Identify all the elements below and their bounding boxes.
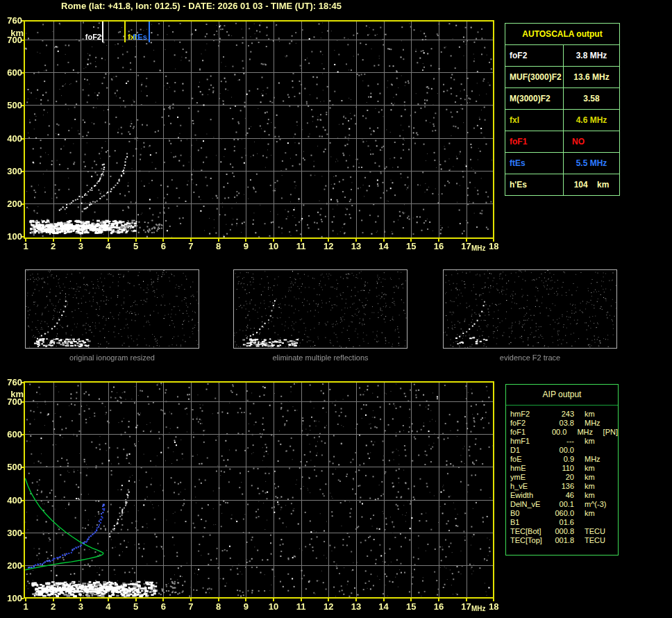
aip-label: hmF2 — [506, 410, 551, 419]
x-axis-tick-label: 12 — [321, 601, 336, 612]
y-axis-unit-label: km — [3, 28, 24, 38]
aip-label: B1 — [506, 518, 551, 527]
aip-value: 00.0 — [551, 446, 574, 455]
x-axis-tick-label: 3 — [73, 241, 88, 251]
aip-label: hmE — [506, 464, 551, 473]
aip-row-tectop: TEC[Top]001.8TECU — [506, 536, 618, 545]
aip-row-fof2: foF203.8MHz — [506, 419, 618, 428]
aip-label: TEC[Top] — [506, 536, 551, 545]
aip-unit: km — [585, 410, 614, 419]
aip-row-delnve: DelN_vE00.1m^(-3) — [506, 500, 618, 509]
thumbnail-caption-original: original ionogram resized — [25, 353, 199, 362]
aip-row-b0: B0060.0km — [506, 509, 618, 518]
x-axis-tick-label: 15 — [403, 241, 419, 251]
x-axis-unit-label: MHz — [471, 244, 486, 252]
aip-label: B0 — [506, 509, 551, 518]
x-axis-tick-label: 7 — [183, 241, 199, 251]
y-axis-tick-label: 300 — [1, 167, 22, 176]
x-axis-tick-label: 13 — [348, 601, 364, 612]
y-axis-tick-label: 100 — [1, 232, 22, 242]
marker-label-foF2: foF2 — [74, 33, 101, 41]
aip-unit: km — [585, 482, 614, 491]
station-title: Rome (lat: +41.8, lon: 012.5) - DATE: 20… — [61, 1, 342, 11]
parameter-name: foF2 — [505, 45, 564, 66]
aip-value: 01.6 — [551, 518, 574, 527]
y-axis-tick-label: 300 — [1, 528, 22, 538]
y-axis-tick-label: 400 — [1, 134, 22, 144]
aip-row-tecbot: TEC[Bot]000.8TECU — [506, 527, 618, 536]
aip-value: 243 — [551, 410, 574, 419]
parameter-value: 4.6 MHz — [564, 110, 619, 131]
aip-unit — [585, 446, 614, 455]
thumbnail-evidence-f2-trace — [443, 269, 617, 349]
aip-output-table: AIP output hmF2243kmfoF203.8MHzfoF100.0M… — [505, 384, 619, 556]
x-axis-tick-label: 14 — [376, 601, 392, 612]
x-axis-tick-label: 7 — [183, 601, 199, 612]
y-axis-tick-label: 760 — [1, 378, 22, 387]
autoscala-row-fxi: fxI4.6 MHz — [505, 110, 619, 131]
aip-unit: km — [585, 509, 614, 518]
x-axis-tick-label: 16 — [431, 241, 446, 251]
aip-row-fof1: foF100.0MHz[PN] — [506, 428, 618, 437]
aip-table-rows: hmF2243kmfoF203.8MHzfoF100.0MHz[PN]hmF1-… — [506, 406, 618, 545]
aip-value: 03.8 — [551, 419, 574, 428]
autoscala-table-rows: foF23.8 MHzMUF(3000)F213.6 MHzM(3000)F23… — [505, 45, 619, 195]
x-axis-tick-label: 11 — [294, 241, 309, 251]
aip-label: foE — [506, 455, 551, 464]
x-axis-tick-label: 16 — [431, 601, 446, 612]
x-axis-tick-label: 5 — [128, 241, 144, 251]
x-axis-tick-label: 2 — [46, 601, 61, 612]
y-axis-tick-label: 600 — [1, 68, 22, 78]
aip-value: --- — [551, 437, 574, 446]
x-axis-tick-label: 11 — [294, 601, 309, 612]
aip-unit: MHz — [577, 428, 603, 437]
aip-unit — [585, 518, 614, 527]
aip-label: hmF1 — [506, 437, 551, 446]
autoscala-output-table: AUTOSCALA output foF23.8 MHzMUF(3000)F21… — [505, 23, 620, 196]
x-axis-tick-label: 18 — [486, 241, 501, 251]
x-axis-tick-label: 9 — [238, 601, 253, 612]
aip-value: 001.8 — [551, 536, 574, 545]
parameter-value: 13.6 MHz — [564, 67, 619, 87]
aip-row-hmf2: hmF2243km — [506, 410, 618, 419]
parameter-value: 104 km — [564, 174, 619, 195]
x-axis-tick-label: 3 — [73, 601, 88, 612]
aip-unit: TECU — [585, 527, 614, 536]
x-axis-tick-label: 9 — [238, 241, 253, 251]
aip-value: 0.9 — [551, 455, 574, 464]
x-axis-tick-label: 10 — [266, 241, 281, 251]
y-axis-tick-label: 200 — [1, 561, 22, 571]
aip-value: 000.8 — [551, 527, 574, 536]
aip-row-d1: D100.0 — [506, 446, 618, 455]
aip-label: foF1 — [506, 428, 546, 437]
parameter-name: ftEs — [505, 153, 564, 174]
aip-unit: MHz — [585, 419, 614, 428]
x-axis-tick-label: 8 — [211, 601, 226, 612]
autoscala-screen: Rome (lat: +41.8, lon: 012.5) - DATE: 20… — [0, 0, 672, 618]
parameter-value: 3.8 MHz — [564, 45, 619, 66]
aip-row-ewidth: Ewidth46km — [506, 491, 618, 500]
parameter-name: foF1 — [505, 131, 564, 152]
y-axis-tick-label: 600 — [1, 430, 22, 440]
x-axis-tick-label: 10 — [266, 601, 281, 612]
aip-value: 110 — [551, 464, 574, 473]
aip-row-yme: ymE20km — [506, 473, 618, 482]
x-axis-tick-label: 18 — [486, 601, 501, 612]
aip-row-hve: h_vE136km — [506, 482, 618, 491]
top-ionogram-frame — [24, 20, 494, 239]
parameter-name: h'Es — [505, 174, 564, 195]
x-axis-tick-label: 1 — [18, 241, 33, 251]
thumbnail-eliminate-reflections — [233, 269, 408, 349]
aip-label: ymE — [506, 473, 551, 482]
autoscala-row-ftes: ftEs5.5 MHz — [505, 153, 619, 174]
bottom-ionogram-frame — [24, 381, 494, 599]
x-axis-tick-label: 4 — [101, 601, 116, 612]
aip-row-foe: foE0.9MHz — [506, 455, 618, 464]
aip-unit: km — [585, 491, 614, 500]
thumbnail-caption-evidence: evidence F2 trace — [443, 353, 617, 362]
aip-unit: m^(-3) — [585, 500, 614, 509]
x-axis-tick-label: 15 — [403, 601, 419, 612]
x-axis-tick-label: 2 — [46, 241, 61, 251]
aip-value: 20 — [551, 473, 574, 482]
autoscala-row-m3000f2: M(3000)F23.58 — [505, 88, 619, 110]
